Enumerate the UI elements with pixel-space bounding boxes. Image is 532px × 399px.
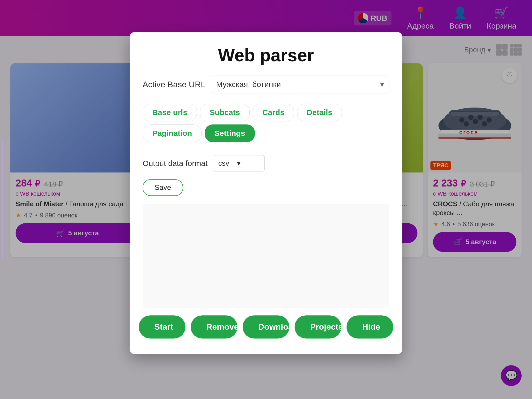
tab-subcats[interactable]: Subcats bbox=[200, 104, 250, 121]
projects-button[interactable]: Projects bbox=[295, 315, 341, 338]
tabs-row: Base urls Subcats Cards Details Paginati… bbox=[143, 104, 389, 142]
active-url-section: Active Base URL Мужская, ботинки ▾ bbox=[143, 76, 389, 93]
format-select[interactable]: csv ▾ bbox=[213, 155, 265, 171]
active-url-label: Active Base URL bbox=[143, 80, 205, 89]
tab-cards[interactable]: Cards bbox=[253, 104, 294, 121]
download-button[interactable]: Download bbox=[243, 315, 289, 338]
remove-button[interactable]: Remove bbox=[191, 315, 237, 338]
format-row: Output data format csv ▾ bbox=[143, 155, 389, 171]
tab-details[interactable]: Details bbox=[297, 104, 342, 121]
modal-title: Web parser bbox=[143, 45, 389, 65]
web-parser-modal: Web parser Active Base URL Мужская, боти… bbox=[130, 32, 402, 354]
modal-content-area bbox=[143, 204, 389, 308]
tab-pagination[interactable]: Pagination bbox=[143, 124, 202, 142]
tab-base-urls[interactable]: Base urls bbox=[143, 104, 197, 121]
active-url-select[interactable]: Мужская, ботинки ▾ bbox=[211, 76, 389, 93]
start-button[interactable]: Start bbox=[139, 315, 185, 338]
settings-content: Output data format csv ▾ Save bbox=[143, 152, 389, 204]
save-button[interactable]: Save bbox=[143, 179, 183, 196]
format-select-arrow-icon: ▾ bbox=[237, 159, 241, 168]
url-select-arrow-icon: ▾ bbox=[380, 80, 384, 89]
format-value: csv bbox=[218, 159, 229, 168]
tab-settings[interactable]: Settings bbox=[205, 124, 255, 142]
action-buttons: Start Remove Download Projects Hide bbox=[143, 315, 389, 338]
scroll-indicator bbox=[2, 140, 3, 260]
format-label: Output data format bbox=[143, 159, 208, 168]
hide-button[interactable]: Hide bbox=[347, 315, 393, 338]
active-url-value: Мужская, ботинки bbox=[216, 80, 380, 89]
